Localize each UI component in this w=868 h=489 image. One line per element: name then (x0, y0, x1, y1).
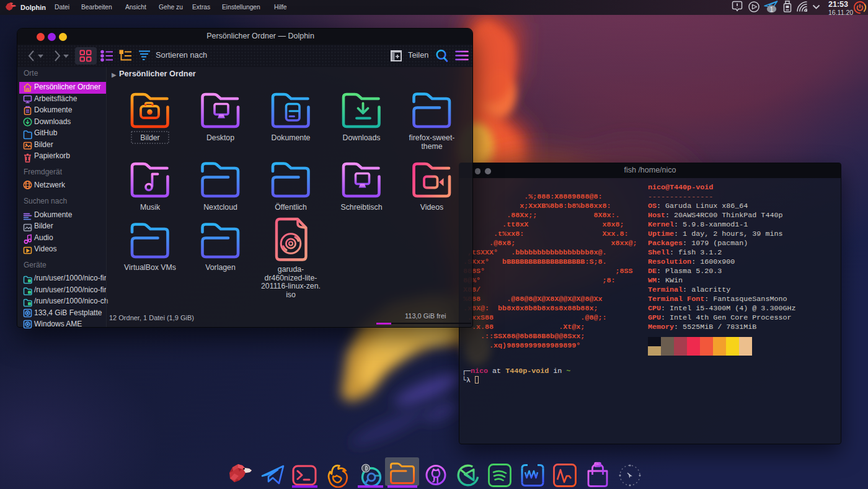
svg-text:1: 1 (770, 6, 774, 13)
